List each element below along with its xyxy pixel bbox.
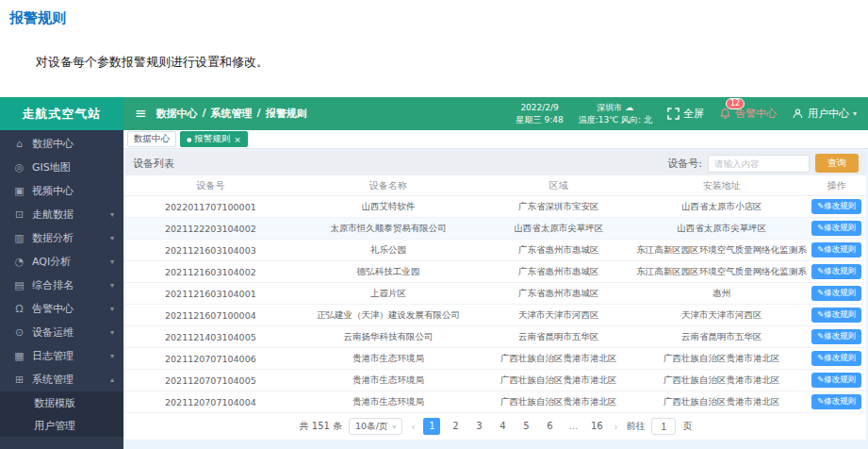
cell-region: 天津市天津市河西区 [481, 309, 636, 322]
device-no-label: 设备号: [667, 157, 702, 171]
modify-rules-button[interactable]: ✎修改规则 [811, 329, 861, 344]
sidebar-item-alarm-center[interactable]: Ω 告警中心 ▾ [0, 297, 123, 321]
modify-rules-button[interactable]: ✎修改规则 [811, 221, 861, 236]
page-number-6[interactable]: 6 [541, 418, 558, 435]
cell-address: 东江高新区园区环境空气质量网络化监测系统 [636, 266, 807, 278]
chevron-down-icon: ▾ [110, 281, 114, 290]
sidebar-item-label: 走航数据 [32, 208, 74, 222]
column-header-device-no: 设备号 [125, 179, 296, 192]
search-bar: 设备号: 查询 [667, 154, 859, 173]
page-number-5[interactable]: 5 [517, 418, 534, 435]
sidebar-item-data-center[interactable]: ⌂ 数据中心 [0, 132, 123, 156]
sidebar-item-label: 数据中心 [32, 137, 74, 151]
cell-address: 天津市天津市河西区 [636, 309, 807, 322]
page-number-4[interactable]: 4 [494, 418, 511, 435]
cell-device-no: 2021120707104004 [125, 397, 296, 407]
modify-rules-button[interactable]: ✎修改规则 [811, 199, 861, 214]
menu-collapse-icon[interactable]: ≡ [135, 107, 147, 121]
main-content: 数据中心 ● 报警规则 × 设备列表 设备号: 查询 [123, 130, 868, 449]
page-size-select[interactable]: 10条/页 ▾ [349, 418, 402, 435]
user-icon [792, 108, 804, 120]
page-number-3[interactable]: 3 [470, 418, 487, 435]
top-bar: ≡ 数据中心 / 系统管理 / 报警规则 2022/2/9 星期三 9:48 深… [123, 97, 868, 130]
modify-rules-button[interactable]: ✎修改规则 [811, 286, 861, 301]
breadcrumb-item-system-mgmt[interactable]: 系统管理 [211, 107, 253, 121]
sidebar-item-data-analysis[interactable]: ▥ 数据分析 ▾ [0, 226, 123, 250]
page-number-2[interactable]: 2 [447, 418, 464, 435]
sidebar-item-ranking[interactable]: ▤ 综合排名 ▾ [0, 274, 123, 297]
modify-rules-button[interactable]: ✎修改规则 [811, 373, 861, 388]
cell-device-no: 2021120707104005 [125, 375, 296, 386]
sidebar-item-video-center[interactable]: ▣ 视频中心 [0, 179, 123, 203]
sidebar-item-gis-map[interactable]: ◎ GIS地图 [0, 156, 123, 179]
app-window: 走航式空气站 ≡ 数据中心 / 系统管理 / 报警规则 2022/2/9 星期三… [0, 97, 868, 449]
tab-data-center[interactable]: 数据中心 [127, 131, 176, 147]
chevron-down-icon: ▾ [853, 109, 857, 118]
bar-chart-icon: ▥ [13, 232, 25, 244]
aqi-gauge-icon: ◔ [13, 256, 25, 268]
gear-icon: ⊙ [13, 326, 25, 339]
sidebar-item-label: 视频中心 [32, 184, 74, 198]
modify-rules-button[interactable]: ✎修改规则 [811, 394, 861, 409]
device-no-input[interactable] [708, 155, 810, 173]
modify-rules-button[interactable]: ✎修改规则 [811, 308, 861, 323]
chevron-up-icon: ▴ [110, 375, 114, 384]
tab-alarm-rules[interactable]: ● 报警规则 × [180, 131, 248, 147]
cell-address: 山西省太原市小店区 [636, 201, 807, 213]
prev-page-button[interactable]: ‹ [409, 422, 417, 432]
sidebar-item-aqi-analysis[interactable]: ◔ AQI分析 ▾ [0, 250, 123, 274]
alarm-center-button[interactable]: 12 告警中心 [719, 107, 777, 121]
close-icon[interactable]: × [234, 135, 241, 144]
column-header-action: 操作 [807, 179, 866, 192]
cell-device-name: 贵港市生态环境局 [296, 396, 482, 408]
sidebar-item-device-ops[interactable]: ⊙ 设备运维 ▾ [0, 321, 123, 344]
total-count: 共 151 条 [300, 420, 342, 433]
pagination: 共 151 条 10条/页 ▾ ‹ 1 2 3 4 5 6 ... 16 [125, 413, 866, 440]
cell-device-name: 贵港市生态环境局 [296, 374, 482, 387]
page-number-1[interactable]: 1 [423, 418, 440, 435]
breadcrumb-item-data-center[interactable]: 数据中心 [156, 107, 198, 121]
sidebar-subitem-data-template[interactable]: 数据模版 [0, 391, 123, 414]
sidebar-item-label: 用户管理 [34, 419, 75, 433]
sidebar-item-label: 数据分析 [32, 231, 74, 245]
sidebar-item-log-mgmt[interactable]: ▦ 日志管理 ▾ [0, 344, 123, 368]
header-widgets: 2022/2/9 星期三 9:48 深圳市 ☁ 温度:13℃ 风向: 北 全屏 [516, 102, 857, 125]
sidebar-subitem-user-mgmt[interactable]: 用户管理 [0, 414, 123, 437]
weekday-time-text: 星期三 9:48 [516, 114, 564, 126]
sidebar-item-system-mgmt[interactable]: ⊞ 系统管理 ▴ [0, 368, 123, 391]
fullscreen-button[interactable]: 全屏 [667, 107, 704, 121]
sidebar-item-label: 日志管理 [32, 349, 74, 363]
chevron-down-icon: ▾ [110, 234, 114, 242]
query-button[interactable]: 查询 [815, 154, 859, 173]
chevron-down-icon: ▾ [110, 328, 114, 337]
chevron-down-icon: ▾ [110, 305, 114, 313]
modify-rules-button[interactable]: ✎修改规则 [811, 351, 861, 366]
column-header-device-name: 设备名称 [296, 179, 482, 192]
cell-address: 云南省昆明市五华区 [636, 331, 807, 343]
sidebar-item-mobile-data[interactable]: ⊡ 走航数据 ▾ [0, 203, 123, 226]
log-file-icon: ▦ [13, 350, 25, 362]
cell-region: 广西壮族自治区贵港市港北区 [481, 396, 636, 408]
breadcrumb-item-alarm-rules[interactable]: 报警规则 [266, 107, 307, 121]
cell-device-name: 上霞片区 [296, 288, 482, 300]
cell-device-name: 礼乐公园 [296, 244, 482, 257]
page-number-16[interactable]: 16 [588, 418, 605, 435]
page-jump-input[interactable] [651, 418, 676, 435]
modify-rules-button[interactable]: ✎修改规则 [811, 264, 861, 279]
cell-device-no: 2021121403104005 [125, 332, 296, 342]
monitor-icon: ⊞ [13, 374, 25, 386]
page-title: 报警规则 [9, 9, 66, 27]
table-row: 2021121603104003 礼乐公园 广东省惠州市惠城区 东江高新区园区环… [125, 240, 866, 261]
sidebar-item-label: 系统管理 [32, 373, 74, 387]
user-center-button[interactable]: 用户中心 ▾ [792, 107, 857, 121]
page-ellipsis[interactable]: ... [565, 418, 581, 435]
cell-region: 广西壮族自治区贵港市港北区 [481, 353, 636, 365]
panel-header: 设备列表 设备号: 查询 [125, 151, 866, 175]
modify-rules-button[interactable]: ✎修改规则 [811, 242, 861, 258]
next-page-button[interactable]: › [612, 422, 619, 432]
cell-device-no: 2021121603104001 [125, 289, 296, 299]
cell-device-no: 2021121607100004 [125, 310, 296, 321]
cell-address: 东江高新区园区环境空气质量网络化监测系统 [636, 244, 807, 257]
edit-icon: ✎ [817, 266, 824, 275]
table-row: 2021122203104002 太原市恒久顺泰贸易有限公司 山西省太原市尖草坪… [125, 218, 866, 240]
